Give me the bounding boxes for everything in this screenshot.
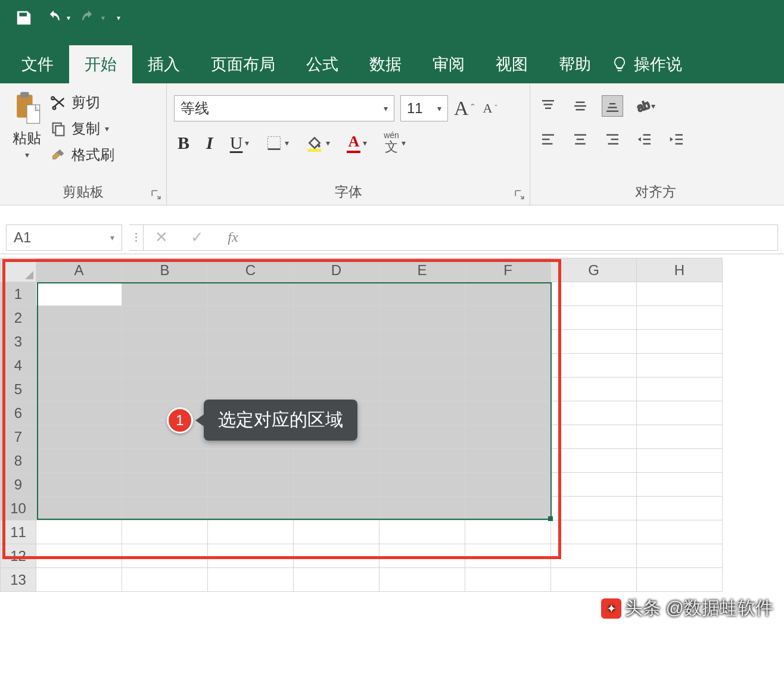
font-size-combo[interactable]: 11 ▾ — [400, 95, 448, 121]
cell-F8[interactable] — [465, 449, 551, 473]
name-box[interactable]: A1 ▾ — [6, 224, 122, 251]
cell-B3[interactable] — [122, 330, 208, 354]
cell-C9[interactable] — [208, 473, 294, 497]
cell-A11[interactable] — [36, 520, 122, 544]
cell-A1[interactable] — [36, 282, 122, 306]
cell-H6[interactable] — [637, 401, 723, 425]
cell-H1[interactable] — [637, 282, 723, 306]
row-header-7[interactable]: 7 — [1, 425, 36, 449]
cell-D4[interactable] — [294, 354, 379, 378]
row-header-9[interactable]: 9 — [1, 473, 36, 497]
cell-E10[interactable] — [379, 497, 465, 520]
cell-F2[interactable] — [465, 306, 551, 330]
row-header-3[interactable]: 3 — [1, 330, 36, 354]
align-middle-button[interactable] — [570, 95, 591, 117]
column-header-B[interactable]: B — [122, 258, 208, 282]
qat-customize[interactable]: ▾ — [117, 14, 120, 22]
column-header-G[interactable]: G — [551, 258, 637, 282]
cell-C8[interactable] — [208, 449, 294, 473]
cell-D5[interactable] — [294, 378, 379, 401]
cell-F6[interactable] — [465, 401, 551, 425]
tab-help[interactable]: 帮助 — [543, 45, 606, 83]
cell-H4[interactable] — [637, 354, 723, 378]
cell-B13[interactable] — [122, 568, 208, 592]
cell-E7[interactable] — [379, 425, 465, 449]
cell-D8[interactable] — [294, 449, 379, 473]
redo-button[interactable] — [76, 6, 100, 30]
cell-C10[interactable] — [208, 497, 294, 520]
cell-F13[interactable] — [465, 568, 551, 592]
cell-D2[interactable] — [294, 306, 379, 330]
cell-F12[interactable] — [465, 544, 551, 568]
tab-review[interactable]: 审阅 — [417, 45, 480, 83]
borders-button[interactable]: ▾ — [266, 135, 289, 151]
cell-A7[interactable] — [36, 425, 122, 449]
formula-input[interactable] — [251, 224, 778, 251]
cell-D13[interactable] — [294, 568, 379, 592]
cell-B12[interactable] — [122, 544, 208, 568]
cell-B10[interactable] — [122, 497, 208, 520]
redo-dropdown[interactable]: ▾ — [101, 14, 105, 22]
row-header-11[interactable]: 11 — [1, 520, 36, 544]
cell-A13[interactable] — [36, 568, 122, 592]
cell-C2[interactable] — [208, 306, 294, 330]
select-all-corner[interactable] — [1, 258, 36, 282]
row-header-12[interactable]: 12 — [1, 544, 36, 568]
cell-E2[interactable] — [379, 306, 465, 330]
clipboard-launcher[interactable] — [151, 189, 161, 200]
cell-A3[interactable] — [36, 330, 122, 354]
cell-G4[interactable] — [551, 354, 637, 378]
cell-H10[interactable] — [637, 497, 723, 520]
cell-D11[interactable] — [294, 520, 379, 544]
row-header-5[interactable]: 5 — [1, 378, 36, 401]
row-header-13[interactable]: 13 — [1, 568, 36, 592]
tab-layout[interactable]: 页面布局 — [195, 45, 291, 83]
cell-F5[interactable] — [465, 378, 551, 401]
cell-F4[interactable] — [465, 354, 551, 378]
cell-B5[interactable] — [122, 378, 208, 401]
cell-H3[interactable] — [637, 330, 723, 354]
cell-B11[interactable] — [122, 520, 208, 544]
cell-A4[interactable] — [36, 354, 122, 378]
decrease-indent-button[interactable] — [634, 129, 655, 150]
align-center-button[interactable] — [570, 129, 591, 150]
cell-F1[interactable] — [465, 282, 551, 306]
tab-formulas[interactable]: 公式 — [291, 45, 354, 83]
cancel-formula-button[interactable]: ✕ — [144, 228, 179, 247]
fill-color-button[interactable]: ▾ — [306, 134, 330, 152]
cell-G10[interactable] — [551, 497, 637, 520]
cell-F9[interactable] — [465, 473, 551, 497]
cell-F10[interactable] — [465, 497, 551, 520]
cell-F3[interactable] — [465, 330, 551, 354]
cell-D10[interactable] — [294, 497, 379, 520]
cell-B8[interactable] — [122, 449, 208, 473]
column-header-C[interactable]: C — [208, 258, 294, 282]
cell-C3[interactable] — [208, 330, 294, 354]
cell-G3[interactable] — [551, 330, 637, 354]
tab-view[interactable]: 视图 — [480, 45, 543, 83]
cell-E5[interactable] — [379, 378, 465, 401]
cell-G8[interactable] — [551, 449, 637, 473]
copy-button[interactable]: 复制 ▾ — [50, 119, 114, 138]
column-header-D[interactable]: D — [294, 258, 379, 282]
cell-A9[interactable] — [36, 473, 122, 497]
namebox-resize[interactable] — [129, 224, 144, 251]
cell-H9[interactable] — [637, 473, 723, 497]
font-color-button[interactable]: A ▾ — [347, 133, 367, 153]
cell-A2[interactable] — [36, 306, 122, 330]
cell-G1[interactable] — [551, 282, 637, 306]
column-header-F[interactable]: F — [465, 258, 551, 282]
cell-G2[interactable] — [551, 306, 637, 330]
cell-C13[interactable] — [208, 568, 294, 592]
cell-B9[interactable] — [122, 473, 208, 497]
cell-F7[interactable] — [465, 425, 551, 449]
align-left-button[interactable] — [537, 129, 559, 150]
cell-H13[interactable] — [637, 568, 723, 592]
font-name-combo[interactable]: 等线 ▾ — [174, 95, 394, 121]
cell-B4[interactable] — [122, 354, 208, 378]
align-top-button[interactable] — [537, 95, 559, 117]
cell-G12[interactable] — [551, 544, 637, 568]
phonetic-guide-button[interactable]: wén 文 ▾ — [384, 131, 406, 155]
grow-font-button[interactable]: Aˆ — [454, 97, 475, 120]
cell-A8[interactable] — [36, 449, 122, 473]
